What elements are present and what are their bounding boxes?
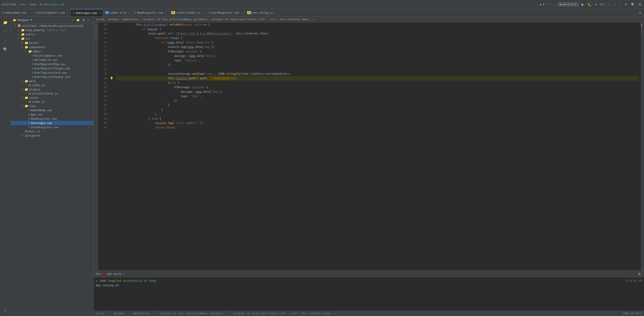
tree-node-UserRegistorMsg[interactable]: V UserRegistorMsg.vue bbox=[11, 62, 94, 66]
tree-node-AdminHome[interactable]: V AdminHome.vue bbox=[11, 108, 94, 112]
debug-button[interactable]: 🐛 bbox=[587, 2, 592, 7]
tab-label: ExistingUsers.vue bbox=[38, 11, 65, 14]
tree-node-router-index[interactable]: JS index.js bbox=[11, 100, 94, 104]
tab-index-d-ts[interactable]: TS index.d.ts × bbox=[103, 9, 132, 16]
tab-close-UserResgistor[interactable]: × bbox=[241, 11, 242, 14]
settings-button[interactable]: ⚙ bbox=[638, 2, 642, 7]
activity-settings[interactable]: ⚙ bbox=[1, 306, 10, 314]
git-fetch-button[interactable]: ↓ bbox=[619, 2, 622, 7]
tree-settings-button[interactable]: ⚙ bbox=[82, 18, 86, 22]
tree-node-public[interactable]: ▶ 📁 public bbox=[11, 32, 94, 36]
tree-node-HelloWorld[interactable]: V HelloWorld.vue bbox=[11, 58, 94, 62]
breadcrumb-src: src bbox=[20, 3, 26, 6]
tab-router-index[interactable]: JS router/index.js × bbox=[169, 9, 206, 16]
vue-icon-HelloWorld: V bbox=[32, 58, 34, 61]
code-line-81: }else { bbox=[116, 81, 639, 85]
run-button[interactable]: ▶ bbox=[581, 2, 585, 7]
tree-new-file-button[interactable]: + bbox=[71, 18, 74, 22]
tab-close-ExistingUsers[interactable]: × bbox=[67, 11, 68, 14]
vue-icon-ExistingUsers: V bbox=[32, 54, 34, 57]
tree-collapse-button[interactable]: — bbox=[87, 18, 91, 22]
tree-node-node-modules[interactable]: ▶ 📁 node_modules library root bbox=[11, 28, 94, 32]
tab-label: router/index.js bbox=[176, 11, 200, 14]
tree-node-untitled1[interactable]: ▼ 📦 untitled1 ~/WebstormProjects/untitle… bbox=[11, 24, 94, 28]
code-editor[interactable]: this.$refs[formName].validate(async vali… bbox=[114, 22, 641, 270]
tab-close-vue-config[interactable]: × bbox=[275, 11, 276, 14]
ok-badge: ✔ 1 bbox=[552, 3, 556, 6]
tree-node-UserTegistorCore[interactable]: V UserTegistorCore.vue bbox=[11, 70, 94, 75]
scrollbar-area[interactable]: ▲ 8 ▲ 3 ✔ 1 bbox=[641, 22, 644, 270]
tab-more-button[interactable]: ▼ bbox=[638, 11, 642, 14]
gutter-84 bbox=[109, 94, 114, 98]
tab-NewResgistor[interactable]: V NewResgistor.vue × bbox=[132, 9, 169, 16]
run-close[interactable]: × bbox=[123, 272, 124, 276]
code-line-80: that.$router.push({ path: '/AdminHome' }… bbox=[116, 76, 639, 81]
git-push-button[interactable]: ↑ bbox=[614, 2, 617, 7]
warning-icon-80: 💡 bbox=[110, 77, 113, 80]
tab-UserLogin[interactable]: V UserLogin.vue × bbox=[71, 9, 103, 16]
activity-structure[interactable]: ≡ bbox=[1, 36, 10, 44]
bottom-panel: Run: ■ npm serve × ⚙ ▶ DONE Compiled suc… bbox=[94, 270, 644, 311]
code-line-76: type: 'success', bbox=[116, 58, 639, 63]
tab-close-index-d-ts[interactable]: × bbox=[128, 11, 130, 14]
tree-node-mock-index[interactable]: JS index.js bbox=[11, 83, 94, 87]
git-commit-button[interactable]: ✓ bbox=[607, 2, 612, 7]
tree-node-view[interactable]: ▼ 📁 view bbox=[11, 104, 94, 108]
tree-node-UserRegistorTarget[interactable]: V UserRegistorTarget.vue bbox=[11, 66, 94, 70]
tree-node-UserLogin[interactable]: V UserLogin.vue bbox=[11, 121, 94, 125]
git-history-button[interactable]: ⟳ bbox=[624, 2, 628, 7]
stop-button[interactable]: ■ bbox=[594, 2, 598, 7]
run-icon: ▶ bbox=[96, 279, 98, 283]
panel-output: ▶ DONE Compiled successfully in 792ms bbox=[96, 279, 156, 283]
tree-node-src[interactable]: ▼ 📁 src bbox=[11, 36, 94, 41]
tree-arrow-assets: ▶ bbox=[22, 42, 25, 44]
tree-arrow-public: ▶ bbox=[18, 33, 21, 35]
tree-node-UserResgistor[interactable]: V UserResgistor.vue bbox=[11, 125, 94, 129]
tree-node-NewResgistor[interactable]: V NewResgistor.vue bbox=[11, 117, 94, 121]
tab-close-UserLogin[interactable]: × bbox=[99, 12, 100, 14]
tree-header: 📂 Project ▼ + 📁 ⚙ — bbox=[11, 16, 94, 24]
tree-node-plugins[interactable]: ▼ 📁 plugins bbox=[11, 87, 94, 91]
activity-project[interactable]: 📁 bbox=[1, 18, 10, 26]
tree-header-label: 📂 bbox=[13, 18, 16, 22]
tab-vue-config[interactable]: JS vue.config.js × bbox=[245, 9, 279, 16]
search-button[interactable]: 🔍 bbox=[630, 2, 636, 7]
tree-name-axiosInstance: axiosInstance.js bbox=[32, 92, 58, 95]
activity-search[interactable]: 🔍 bbox=[1, 45, 10, 53]
tab-close-NewResgistor[interactable]: × bbox=[165, 11, 166, 14]
npm-serve-button[interactable]: ▶ npm serve ▼ bbox=[558, 2, 579, 6]
folder-icon-node-modules: 📁 bbox=[21, 28, 25, 32]
tab-ExistingUsers[interactable]: V ExistingUsers.vue × bbox=[32, 9, 70, 16]
vue-icon-UserResgistor: V bbox=[28, 126, 30, 129]
tab-close-AdminHome[interactable]: × bbox=[28, 11, 30, 14]
tree-node-assets[interactable]: ▶ 📁 assets bbox=[11, 41, 94, 45]
tab-close-router-index[interactable]: × bbox=[202, 11, 204, 14]
tree-node-main-js[interactable]: JS main.js bbox=[11, 129, 94, 133]
tree-node-axiosInstance[interactable]: JS axiosInstance.js bbox=[11, 91, 94, 96]
scroll-ok-indicator: ✔ 1 bbox=[641, 32, 644, 36]
tree-node-admin[interactable]: ▼ 📁 admin bbox=[11, 49, 94, 53]
tab-bar: V AdminHome.vue × V ExistingUsers.vue × … bbox=[0, 9, 644, 16]
tree-node-router[interactable]: ▼ 📁 router bbox=[11, 96, 94, 100]
gutter-74 bbox=[109, 49, 114, 54]
tab-AdminHome[interactable]: V AdminHome.vue × bbox=[0, 9, 32, 16]
vue-icon: V bbox=[2, 11, 4, 14]
tree-node-components[interactable]: ▼ 📁 components bbox=[11, 45, 94, 49]
badge-area: ▲ 8 ✖ 3 ✔ 1 bbox=[540, 3, 556, 6]
gutter-85 bbox=[109, 98, 114, 103]
tree-node-gitignore[interactable]: ⊙ .gitignore bbox=[11, 133, 94, 138]
activity-commit[interactable]: ⎇ bbox=[1, 27, 10, 35]
tab-UserResgistor[interactable]: V UserResgistor.vue × bbox=[206, 9, 245, 16]
tree-name-untitled1: untitled1 ~/WebstormProjects/untitled1 bbox=[22, 24, 84, 27]
tree-node-App[interactable]: V App.vue bbox=[11, 112, 94, 117]
tree-node-mock[interactable]: ▼ 📁 mock bbox=[11, 79, 94, 83]
tree-node-UserTegistorStatus[interactable]: V UserTegistorStatus.vue bbox=[11, 75, 94, 79]
code-line-78 bbox=[116, 67, 639, 72]
panel-settings-button[interactable]: ⚙ bbox=[637, 272, 642, 276]
editor-right-side: script › methods › submitForm() › callba… bbox=[94, 16, 644, 316]
code-container[interactable]: 68 69 70 71 72 73 74 75 76 77 78 79 80 8… bbox=[98, 22, 644, 270]
code-line-70: Axios.post( url: "https://127.0.0.1:8000… bbox=[116, 31, 639, 36]
tree-node-ExistingUsers[interactable]: V ExistingUsers.vue bbox=[11, 53, 94, 58]
tree-new-folder-button[interactable]: 📁 bbox=[76, 18, 80, 22]
tree-name-ExistingUsers: ExistingUsers.vue bbox=[34, 54, 62, 57]
